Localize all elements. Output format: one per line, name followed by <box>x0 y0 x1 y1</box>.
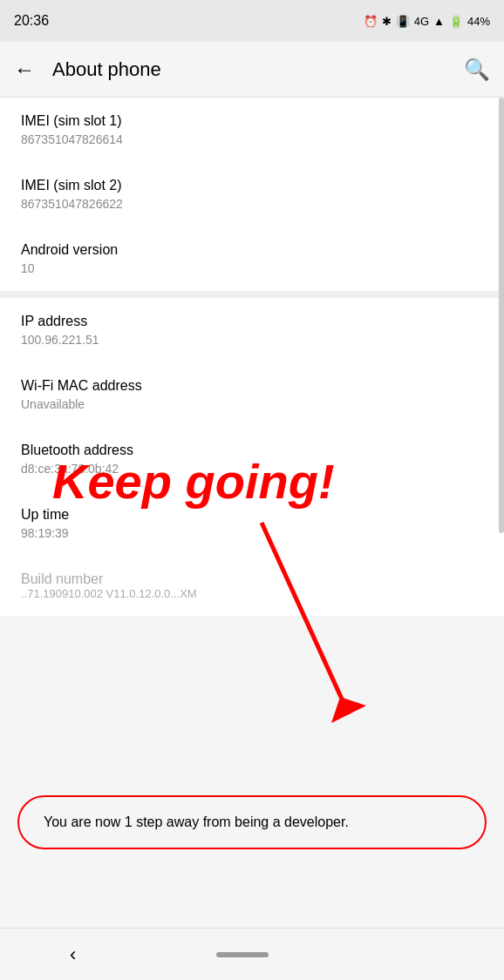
build-number-value: ..71.190910.002 V11.0.12.0.0...XM <box>21 587 483 600</box>
status-bar: 20:36 ⏰ ✱ 📳 4G ▲ 🔋 44% <box>0 0 504 42</box>
status-icons: ⏰ ✱ 📳 4G ▲ 🔋 44% <box>364 15 490 28</box>
bluetooth-address-value: d8:ce:3a:78:0b:42 <box>21 462 483 476</box>
android-version-item: Android version 10 <box>0 226 504 291</box>
developer-toast: You are now 1 step away from being a dev… <box>17 795 487 849</box>
ip-address-item: IP address 100.96.221.51 <box>0 298 504 362</box>
imei-2-value: 867351047826622 <box>21 197 483 211</box>
up-time-item: Up time 98:19:39 <box>0 491 504 556</box>
bluetooth-address-item: Bluetooth address d8:ce:3a:78:0b:42 <box>0 427 504 491</box>
back-button[interactable]: ← <box>14 57 35 82</box>
battery-icon: 🔋 <box>449 15 463 28</box>
imei-1-label: IMEI (sim slot 1) <box>21 113 483 129</box>
section-divider <box>0 291 504 298</box>
toast-message: You are now 1 step away from being a dev… <box>44 814 349 829</box>
build-number-item[interactable]: Build number ..71.190910.002 V11.0.12.0.… <box>0 556 504 616</box>
build-number-label: Build number <box>21 571 483 587</box>
content-area: IMEI (sim slot 1) 867351047826614 IMEI (… <box>0 98 504 616</box>
vibrate-icon: 📳 <box>396 15 410 28</box>
ip-address-label: IP address <box>21 314 483 329</box>
up-time-value: 98:19:39 <box>21 526 483 540</box>
nav-bar: ‹ <box>0 928 504 980</box>
alarm-icon: ⏰ <box>364 15 378 28</box>
signal-icon: ▲ <box>433 15 445 28</box>
app-bar: ← About phone 🔍 <box>0 42 504 98</box>
wifi-mac-item: Wi-Fi MAC address Unavailable <box>0 362 504 427</box>
bluetooth-icon: ✱ <box>382 15 392 28</box>
android-version-value: 10 <box>21 261 483 275</box>
network-label: 4G <box>414 15 429 28</box>
imei-1-value: 867351047826614 <box>21 132 483 146</box>
svg-marker-1 <box>331 697 366 723</box>
imei-2-label: IMEI (sim slot 2) <box>21 178 483 193</box>
nav-home-pill[interactable] <box>216 952 269 957</box>
scrollbar[interactable] <box>499 98 504 533</box>
android-version-label: Android version <box>21 242 483 258</box>
search-button[interactable]: 🔍 <box>464 57 490 82</box>
page-title: About phone <box>52 58 464 81</box>
nav-back-button[interactable]: ‹ <box>70 943 76 966</box>
battery-percent: 44% <box>467 15 490 28</box>
ip-address-value: 100.96.221.51 <box>21 333 483 347</box>
toast-container: You are now 1 step away from being a dev… <box>17 795 487 849</box>
imei-1-item: IMEI (sim slot 1) 867351047826614 <box>0 98 504 162</box>
up-time-label: Up time <box>21 507 483 523</box>
wifi-mac-value: Unavailable <box>21 397 483 411</box>
bluetooth-address-label: Bluetooth address <box>21 443 483 458</box>
wifi-mac-label: Wi-Fi MAC address <box>21 378 483 394</box>
imei-2-item: IMEI (sim slot 2) 867351047826622 <box>0 162 504 226</box>
status-time: 20:36 <box>14 13 49 29</box>
